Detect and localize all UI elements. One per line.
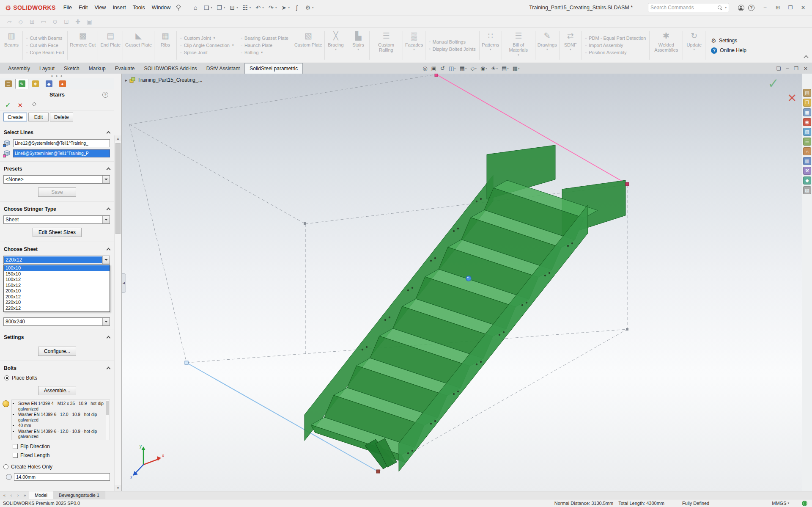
dropdown-arrow-icon[interactable]: ▾ [475, 67, 477, 70]
sheet-option-200x10[interactable]: 200x10 [4, 288, 110, 294]
panel-help-icon[interactable]: ? [102, 92, 108, 98]
sheet-tab-model[interactable]: Model [29, 491, 53, 499]
featuremanager-tree-tab[interactable]: ☰ [2, 79, 15, 89]
sheet-nav-3[interactable]: › [15, 493, 21, 498]
options-button[interactable]: ⚙▾ [302, 3, 315, 13]
appearances-icon[interactable]: ◉ [803, 118, 811, 126]
ribbon-drawings-button[interactable]: ✎Drawings▾ [536, 29, 559, 62]
design-library-icon[interactable]: ▤ [803, 89, 811, 97]
mode-tab-delete[interactable]: Delete [50, 113, 73, 121]
dropdown-arrow-icon[interactable]: ▾ [312, 6, 314, 9]
cancel-button[interactable]: ✕ [17, 102, 23, 109]
search-input[interactable]: Search Commands [650, 5, 716, 11]
view-orientation-button[interactable]: ▦▾ [458, 65, 468, 72]
ribbon-stairs-button[interactable]: ▙Stairs▾ [348, 29, 369, 62]
doc-close-button[interactable]: ✕ [804, 66, 808, 72]
ribbon-position-assembly-button[interactable]: ▫Position Assembly [585, 50, 646, 55]
scrollbar-thumb[interactable] [115, 143, 121, 234]
custom-properties-icon[interactable]: ☰ [803, 138, 811, 146]
pink-line-start-marker[interactable] [435, 74, 438, 77]
dropdown-arrow-icon[interactable]: ▾ [250, 6, 251, 9]
breadcrumb-label[interactable]: Training_Part15_Creating_... [137, 77, 203, 83]
stairs-steps[interactable] [311, 188, 584, 463]
ribbon-remove-cut-button[interactable]: ▩Remove Cut [68, 29, 97, 62]
menu-edit[interactable]: Edit [75, 3, 91, 12]
select-button[interactable]: ➤▾ [278, 3, 291, 13]
sheet-tab-bewegungsstudie-1[interactable]: Bewegungsstudie 1 [53, 491, 105, 499]
restore-button[interactable]: ❐ [784, 2, 797, 13]
displaymanager-tab[interactable]: ● [56, 79, 69, 89]
view-palette-icon[interactable]: ▦ [803, 108, 811, 116]
place-bolts-radio[interactable] [4, 375, 9, 380]
choose-sheet-header[interactable]: Choose Sheet [0, 242, 114, 255]
edit-sheet-sizes-button[interactable]: Edit Sheet Sizes [33, 228, 82, 237]
breadcrumb[interactable]: ▸ Training_Part15_Creating_... [125, 77, 203, 83]
presets-dropdown[interactable]: <None> [3, 175, 110, 184]
confirm-cancel-icon[interactable]: ✕ [787, 91, 797, 105]
ribbon-bracing-button[interactable]: ╳Bracing▾ [325, 29, 346, 62]
ribbon-beams-button[interactable]: ▥Beams [1, 29, 22, 62]
scenes-icon[interactable]: ▨ [803, 128, 811, 136]
print-button[interactable]: ☷▾ [240, 3, 253, 13]
dropdown-arrow-icon[interactable]: ▾ [507, 67, 509, 70]
hole-diameter-row[interactable]: 14.00mm [0, 471, 114, 481]
ribbon-update-button[interactable]: ↻Update▾ [683, 29, 705, 62]
blue-line-end-marker[interactable] [376, 470, 380, 473]
redo-button[interactable]: ↷▾ [266, 3, 279, 13]
blue-line-start-marker[interactable] [185, 361, 188, 364]
sheet-option-220x12[interactable]: 220x12 [4, 306, 110, 311]
dropdown-arrow-icon[interactable]: ▾ [465, 67, 467, 70]
edit-appearance-button[interactable]: ☀▾ [490, 65, 499, 72]
dropdown-arrow-icon[interactable]: ▾ [211, 6, 212, 9]
pink-line-end-marker[interactable] [625, 182, 629, 186]
ribbon-sdnf-button[interactable]: ⇄SDNF▾ [560, 29, 581, 62]
graphics-viewport[interactable]: x y z ▸ Training_Part15_Creating_... ✓ ✕… [122, 74, 802, 491]
dropdown-arrow-icon[interactable]: ▾ [454, 67, 456, 70]
sketch-tool-8-icon[interactable]: ▣ [84, 17, 94, 27]
tab-markup[interactable]: Markup [84, 63, 110, 74]
select-lines-header[interactable]: Select Lines [0, 125, 114, 138]
ribbon-bill-of-materials-button[interactable]: ☰Bill of Materials▾ [502, 29, 535, 62]
sketch-tool-6-icon[interactable]: ⊡ [61, 17, 71, 27]
search-dropdown-icon[interactable]: ▾ [725, 6, 727, 9]
dropdown-arrow-icon[interactable]: ▾ [224, 6, 225, 9]
mode-tab-edit[interactable]: Edit [28, 113, 49, 121]
close-button[interactable]: ✕ [797, 2, 809, 13]
menu-view[interactable]: View [91, 3, 110, 12]
fixed-length-checkbox[interactable] [13, 453, 18, 458]
stringer-type-dropdown[interactable]: Sheet [3, 215, 110, 224]
help-icon[interactable]: ? [748, 5, 754, 11]
dropdown-arrow-icon[interactable]: ▾ [275, 6, 277, 9]
chevron-down-icon[interactable] [102, 256, 110, 264]
place-bolts-radio-row[interactable]: Place Bolts [0, 374, 114, 382]
tab-assembly[interactable]: Assembly [3, 63, 35, 74]
undo-button[interactable]: ↶▾ [252, 3, 266, 13]
ribbon-display-bolted-joints-button[interactable]: ▫Display Bolted Joints [429, 47, 476, 52]
mode-tab-create[interactable]: Create [3, 113, 27, 121]
sheet-option-220x10[interactable]: 220x10 [4, 300, 110, 306]
doc-tile-icon[interactable]: ❏ [776, 66, 781, 72]
solidworks-resources-icon[interactable]: ⌂ [803, 147, 811, 155]
search-icon[interactable] [718, 6, 722, 10]
vertex-marker[interactable] [626, 328, 628, 331]
ribbon-import-assembly-button[interactable]: ▫Import Assembly [585, 43, 646, 48]
presets-header[interactable]: Presets [0, 162, 114, 174]
ribbon-haunch-plate-button[interactable]: ▫Haunch Plate [241, 43, 288, 48]
bolts-header[interactable]: Bolts [0, 361, 114, 374]
keep-visible-pin-icon[interactable] [32, 102, 36, 108]
tab-solidworks-add-ins[interactable]: SOLIDWORKS Add-Ins [139, 63, 201, 74]
menu-tools[interactable]: Tools [129, 3, 148, 12]
configurationmanager-tab[interactable]: ❖ [29, 79, 42, 89]
forum-icon[interactable]: ◆ [803, 176, 811, 185]
dropdown-arrow-icon[interactable]: ▾ [288, 6, 290, 9]
sheet-option-100x10[interactable]: 100x10 [4, 265, 110, 271]
ribbon-manual-boltings-button[interactable]: ▫Manual Boltings [429, 39, 476, 44]
workspace-button[interactable]: ⊞ [771, 2, 784, 13]
panel-scrollbar[interactable]: ▲ ▼ [114, 135, 121, 491]
sheet-option-150x12[interactable]: 150x12 [4, 283, 110, 289]
sketch-tool-4-icon[interactable]: ▭ [38, 17, 49, 27]
panel-collapse-handle[interactable]: ◀ [122, 273, 126, 293]
ribbon-cope-beam-end-button[interactable]: ▫Cope Beam End [26, 50, 64, 55]
new-document-button[interactable]: ❏▾ [201, 3, 214, 13]
tab-evaluate[interactable]: Evaluate [110, 63, 140, 74]
